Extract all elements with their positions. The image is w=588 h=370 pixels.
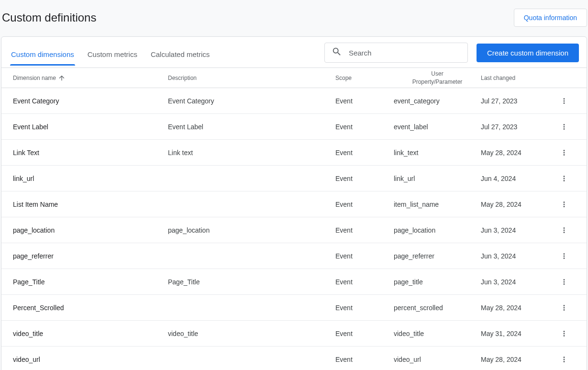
search-icon [332, 46, 349, 59]
table-header-row: Dimension name Description Scope User Pr… [1, 68, 587, 88]
table-row: page_referrerEventpage_referrerJun 3, 20… [1, 243, 587, 269]
cell-description: Link text [168, 149, 335, 157]
column-header-name[interactable]: Dimension name [9, 74, 168, 82]
more-actions-button[interactable] [557, 301, 571, 314]
cell-property: percent_scrolled [394, 304, 481, 312]
cell-last-changed: May 28, 2024 [481, 149, 557, 157]
cell-last-changed: Jun 4, 2024 [481, 175, 557, 182]
cell-scope: Event [335, 252, 394, 260]
cell-property: video_title [394, 330, 481, 337]
cell-property: video_url [394, 356, 481, 363]
cell-actions [557, 94, 575, 108]
more-vert-icon [560, 148, 568, 157]
table-row: video_urlEventvideo_urlMay 28, 2024 [1, 347, 587, 370]
more-vert-icon [560, 303, 568, 312]
more-vert-icon [560, 252, 568, 260]
cell-dimension-name: List Item Name [9, 201, 168, 208]
column-header-description[interactable]: Description [168, 75, 335, 81]
cell-dimension-name: Page_Title [9, 278, 168, 286]
table-row: Event LabelEvent LabelEventevent_labelJu… [1, 114, 587, 140]
sort-ascending-icon [58, 74, 66, 82]
cell-description: Page_Title [168, 278, 335, 286]
cell-dimension-name: Event Label [9, 123, 168, 131]
more-actions-button[interactable] [557, 224, 571, 237]
cell-scope: Event [335, 226, 394, 234]
search-box[interactable] [324, 43, 468, 63]
cell-last-changed: Jun 3, 2024 [481, 226, 557, 234]
column-header-property[interactable]: User Property/Parameter [394, 70, 481, 86]
cell-actions [557, 224, 575, 237]
cell-description: page_location [168, 226, 335, 234]
tab-custom-dimensions[interactable]: Custom dimensions [10, 45, 75, 65]
cell-property: event_category [394, 97, 481, 105]
cell-actions [557, 198, 575, 211]
cell-actions [557, 120, 575, 134]
more-vert-icon [560, 278, 568, 286]
cell-property: page_title [394, 278, 481, 286]
more-actions-button[interactable] [557, 172, 571, 185]
cell-dimension-name: page_referrer [9, 252, 168, 260]
cell-last-changed: Jun 3, 2024 [481, 252, 557, 260]
more-actions-button[interactable] [557, 94, 571, 108]
column-header-property-line1: User [431, 70, 443, 78]
cell-actions [557, 172, 575, 185]
more-vert-icon [560, 200, 568, 209]
quota-information-button[interactable]: Quota information [514, 9, 587, 27]
tab-custom-metrics[interactable]: Custom metrics [87, 45, 138, 65]
cell-dimension-name: Event Category [9, 97, 168, 105]
table-row: Event CategoryEvent CategoryEventevent_c… [1, 88, 587, 114]
cell-scope: Event [335, 278, 394, 286]
table-row: video_titlevideo_titleEventvideo_titleMa… [1, 321, 587, 347]
more-vert-icon [560, 226, 568, 235]
cell-scope: Event [335, 97, 394, 105]
cell-last-changed: Jul 27, 2023 [481, 97, 557, 105]
cell-actions [557, 301, 575, 314]
cell-property: link_text [394, 149, 481, 157]
column-header-last-changed[interactable]: Last changed [481, 75, 557, 81]
more-actions-button[interactable] [557, 146, 571, 159]
cell-description: Event Category [168, 97, 335, 105]
table-row: Link TextLink textEventlink_textMay 28, … [1, 140, 587, 166]
cell-actions [557, 327, 575, 340]
cell-description: video_title [168, 330, 335, 337]
table-row: List Item NameEventitem_list_nameMay 28,… [1, 191, 587, 217]
toolbar: Custom dimensions Custom metrics Calcula… [1, 37, 587, 68]
cell-actions [557, 146, 575, 159]
cell-scope: Event [335, 201, 394, 208]
cell-scope: Event [335, 149, 394, 157]
search-input[interactable] [349, 49, 461, 57]
cell-actions [557, 249, 575, 263]
more-actions-button[interactable] [557, 275, 571, 289]
table-body: Event CategoryEvent CategoryEventevent_c… [1, 88, 587, 370]
cell-dimension-name: page_location [9, 226, 168, 234]
column-header-scope[interactable]: Scope [335, 75, 394, 81]
cell-actions [557, 353, 575, 366]
cell-scope: Event [335, 356, 394, 363]
more-vert-icon [560, 97, 568, 105]
page-header: Custom definitions Quota information [0, 0, 588, 36]
cell-description: Event Label [168, 123, 335, 131]
table-row: page_locationpage_locationEventpage_loca… [1, 217, 587, 243]
cell-last-changed: May 28, 2024 [481, 356, 557, 363]
more-actions-button[interactable] [557, 198, 571, 211]
column-header-name-label: Dimension name [13, 75, 56, 81]
more-vert-icon [560, 174, 568, 183]
tab-calculated-metrics[interactable]: Calculated metrics [150, 45, 211, 65]
cell-scope: Event [335, 175, 394, 182]
more-vert-icon [560, 329, 568, 338]
more-actions-button[interactable] [557, 353, 571, 366]
cell-scope: Event [335, 123, 394, 131]
cell-dimension-name: link_url [9, 175, 168, 182]
more-actions-button[interactable] [557, 327, 571, 340]
more-actions-button[interactable] [557, 249, 571, 263]
create-custom-dimension-button[interactable]: Create custom dimension [477, 44, 579, 62]
cell-dimension-name: video_url [9, 356, 168, 363]
cell-last-changed: Jul 27, 2023 [481, 123, 557, 131]
more-actions-button[interactable] [557, 120, 571, 134]
page-title: Custom definitions [2, 11, 96, 24]
cell-property: page_location [394, 226, 481, 234]
cell-property: event_label [394, 123, 481, 131]
cell-property: item_list_name [394, 201, 481, 208]
cell-last-changed: May 31, 2024 [481, 330, 557, 337]
cell-last-changed: May 28, 2024 [481, 201, 557, 208]
